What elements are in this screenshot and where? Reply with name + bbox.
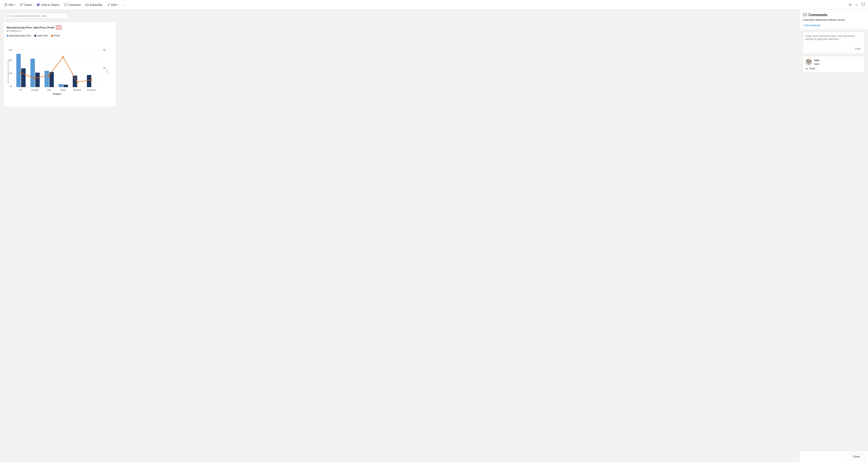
svg-point-47 [809,60,811,62]
subscribe-button[interactable]: Subscribe [84,2,104,7]
legend-label-manufacturing: Manufacturing Price [9,34,31,37]
svg-rect-25 [50,72,54,87]
comments-header: Comments CONTOSO MANUFACTURING SALES ‹ A… [800,10,868,29]
comment-post-row: Post [806,47,862,51]
file-icon [4,3,8,6]
share-icon [20,3,23,6]
svg-text:Profit: Profit [106,69,107,73]
chat-in-teams-button[interactable]: Chat in Teams [35,2,61,7]
svg-text:Velo: Velo [47,89,51,91]
main-area: Ask a question about your data Manufactu… [0,10,868,462]
chart-title: Manufacturing Price, Sale Price, Profit [7,26,54,29]
comments-title: Comments [809,13,827,17]
svg-text:Product: Product [53,93,61,95]
svg-rect-24 [44,71,49,87]
comment-button[interactable]: Comment [62,2,83,7]
comment-header: now hello [806,59,862,65]
svg-rect-5 [86,4,89,6]
svg-point-46 [807,60,808,62]
subscribe-icon [86,3,89,6]
back-to-all-comments[interactable]: ‹ All comments [803,23,865,28]
more-label: ... [123,3,125,6]
reply-icon [806,67,808,70]
legend-manufacturing-price: Manufacturing Price [7,34,31,37]
svg-point-35 [91,79,92,81]
refresh-icon[interactable]: ↻ [848,2,853,8]
svg-text:Manufacturing Price and Sale .: Manufacturing Price and Sale ... [7,58,9,84]
legend-label-sale: Sale Price [37,34,48,37]
qa-icon [6,15,9,17]
svg-point-30 [20,72,22,74]
comments-panel: Comments CONTOSO MANUFACTURING SALES ‹ A… [800,10,868,462]
svg-text:Carretera: Carretera [87,89,96,91]
chart-comment-button[interactable] [56,25,61,29]
svg-point-31 [34,78,36,79]
svg-rect-26 [59,84,63,87]
comment-card: now hello Reply [803,56,865,73]
toolbar-right-actions: ↻ ☆ [848,2,866,8]
comments-report-name: CONTOSO MANUFACTURING SALES [803,19,865,21]
svg-text:VTT: VTT [19,89,23,91]
svg-text:Amarilla: Amarilla [31,89,39,91]
svg-text:0K: 0K [10,85,12,88]
svg-rect-23 [35,73,40,87]
svg-point-3 [39,4,39,5]
svg-rect-29 [87,75,91,87]
post-button[interactable]: Post [854,47,862,51]
svg-rect-6 [6,15,8,17]
svg-rect-4 [64,3,67,5]
legend-label-profit: Profit [54,34,60,37]
teams-icon [37,3,40,6]
comment-label: Comment [68,3,81,6]
file-chevron-icon: ▾ [14,4,15,6]
svg-point-34 [76,81,78,83]
comment-meta: now hello [814,59,862,65]
close-button[interactable]: Close [847,454,865,460]
comment-icon [64,3,67,6]
chart-svg: 30K 20K 10K 0K Manufacturing Price and S… [7,39,113,103]
qa-placeholder: Ask a question about your data [10,14,46,17]
comments-body: Post [800,29,868,451]
comments-title-row: Comments [803,13,865,17]
chart-subtitle: BY PRODUCT [7,30,113,32]
legend-dot-manufacturing [7,35,9,37]
svg-rect-27 [63,85,68,87]
more-button[interactable]: ... [121,2,127,7]
svg-text:Paseo: Paseo [60,89,66,91]
content-area: Ask a question about your data Manufactu… [0,10,800,462]
edit-label: Edit [111,3,116,6]
svg-rect-22 [30,59,35,87]
chart-legend: Manufacturing Price Sale Price Profit [7,34,113,37]
comment-text: hello [814,62,862,65]
subscribe-label: Subscribe [90,3,102,6]
svg-text:2M: 2M [103,67,106,69]
comment-input[interactable] [806,34,862,44]
edit-button[interactable]: Edit ▾ [105,2,120,7]
file-label: File [9,3,13,6]
svg-text:4M: 4M [103,49,106,51]
share-button[interactable]: Share [18,2,34,7]
svg-point-33 [62,56,64,58]
share-label: Share [24,3,32,6]
legend-dot-sale [34,35,36,37]
reply-button[interactable]: Reply [806,67,862,70]
qa-bar[interactable]: Ask a question about your data [3,13,68,19]
back-label: All comments [805,24,820,27]
toolbar: File ▾ Share Chat in Teams Comment Subsc… [0,0,868,10]
svg-rect-21 [21,68,26,87]
comments-footer: Close [800,451,868,462]
fullscreen-icon[interactable] [861,2,866,8]
legend-dot-profit [51,35,53,37]
svg-point-32 [48,75,50,76]
svg-text:20K: 20K [9,59,12,61]
svg-text:10K: 10K [9,72,12,75]
favorite-icon[interactable]: ☆ [854,2,859,8]
avatar [806,59,812,65]
edit-icon [107,3,110,6]
svg-rect-7 [57,26,60,28]
svg-point-50 [808,62,809,63]
comment-input-box: Post [803,32,865,54]
svg-text:30K: 30K [9,49,12,51]
file-menu[interactable]: File ▾ [2,2,17,7]
comment-username: now [814,59,862,62]
